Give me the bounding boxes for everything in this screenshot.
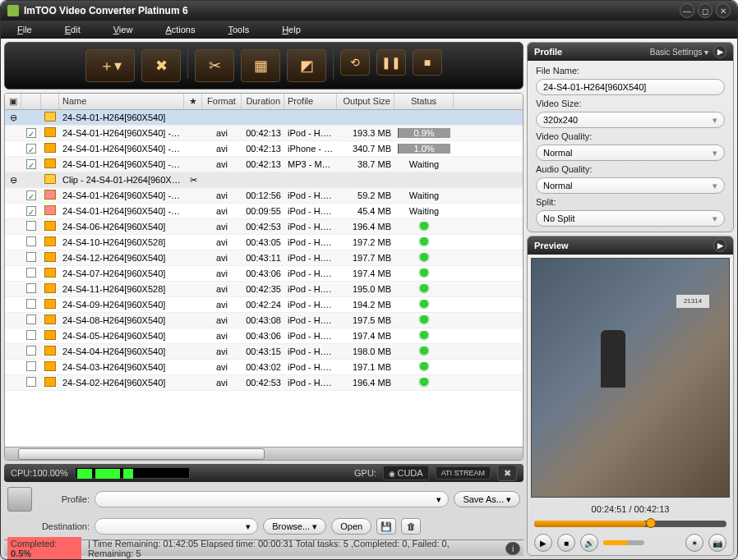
stop-preview-button[interactable]: ■	[557, 534, 575, 552]
row-checkbox[interactable]	[26, 252, 36, 262]
table-row[interactable]: 24-S4-05-H264[960X540]avi00:43:06iPod - …	[5, 328, 523, 344]
preview-panel-title: Preview	[534, 241, 569, 250]
audioquality-combo[interactable]: Normal▾	[536, 177, 725, 194]
table-row[interactable]: 24-S4-01-H264[960X540] - iP...avi00:42:1…	[5, 141, 523, 157]
file-icon	[44, 252, 56, 262]
rows-container[interactable]: ⊖24-S4-01-H264[960X540]24-S4-01-H264[960…	[5, 110, 523, 447]
row-checkbox[interactable]	[26, 268, 36, 278]
row-checkbox[interactable]	[26, 377, 36, 387]
browse-button[interactable]: Browse... ▾	[263, 518, 326, 535]
table-row[interactable]: ⊖Clip - 24-S4-01-H264[960X540]✂	[5, 172, 523, 188]
menu-tools[interactable]: Tools	[228, 25, 249, 34]
col-status[interactable]: Status	[394, 94, 454, 109]
filename-field[interactable]: 24-S4-01-H264[960X540]	[536, 79, 725, 95]
open-button[interactable]: Open	[331, 518, 371, 535]
gpu-label: GPU:	[354, 468, 376, 478]
row-checkbox[interactable]	[26, 190, 36, 200]
table-row[interactable]: 24-S4-01-H264[960X540] - S...avi00:09:55…	[5, 204, 523, 219]
file-icon	[44, 221, 56, 231]
table-row[interactable]: ⊖24-S4-01-H264[960X540]	[5, 110, 523, 126]
table-row[interactable]: 24-S4-07-H264[960X540]avi00:43:06iPod - …	[5, 266, 523, 282]
add-file-button[interactable]: ＋▾	[85, 49, 135, 82]
row-checkbox[interactable]	[26, 314, 36, 324]
split-combo[interactable]: No Split▾	[536, 210, 725, 227]
table-row[interactable]: 24-S4-01-H264[960X540] - iP...avi00:42:1…	[5, 126, 523, 141]
row-checkbox[interactable]	[26, 283, 36, 293]
preview-video[interactable]: 21314	[531, 258, 730, 498]
ready-dot-icon	[420, 315, 428, 324]
folder-icon	[44, 112, 56, 122]
volume-icon[interactable]: 🔊	[580, 534, 598, 552]
col-icon[interactable]	[41, 94, 59, 109]
gpu-settings-button[interactable]: ✖	[497, 465, 517, 481]
col-duration[interactable]: Duration	[242, 94, 284, 109]
table-row[interactable]: 24-S4-08-H264[960X540]avi00:43:08iPod - …	[5, 313, 523, 328]
row-checkbox[interactable]	[26, 236, 36, 246]
col-output-size[interactable]: Output Size	[337, 94, 394, 109]
remove-button[interactable]: ✖	[141, 49, 181, 82]
basic-settings-button[interactable]: Basic Settings ▾	[650, 48, 708, 57]
maximize-button[interactable]: ◻	[698, 3, 713, 18]
row-checkbox[interactable]	[26, 206, 36, 216]
profile-panel-arrow-icon[interactable]: ▶	[713, 45, 726, 58]
pause-button[interactable]: ❚❚	[376, 49, 406, 76]
play-button[interactable]: ▶	[534, 534, 552, 552]
stop-button[interactable]: ■	[413, 49, 442, 76]
device-icon	[7, 487, 32, 512]
table-row[interactable]: 24-S4-01-H264[960X540] - S...avi00:12:56…	[5, 188, 523, 204]
save-as-button[interactable]: Save As... ▾	[454, 491, 520, 507]
row-checkbox[interactable]	[26, 159, 36, 169]
row-checkbox[interactable]	[26, 330, 36, 340]
device-button[interactable]: 💾	[376, 518, 396, 535]
convert-button[interactable]: ⟲	[340, 49, 370, 76]
col-format[interactable]: Format	[202, 94, 242, 109]
edit-button[interactable]: ▦	[241, 49, 280, 82]
snapshot-button[interactable]: ✶	[685, 534, 703, 552]
volume-slider[interactable]	[603, 540, 644, 545]
table-row[interactable]: 24-S4-02-H264[960X540]avi00:42:53iPod - …	[5, 375, 523, 391]
menu-file[interactable]: File	[17, 25, 32, 34]
row-checkbox[interactable]	[26, 221, 36, 231]
profile-combo[interactable]: ▾	[95, 491, 449, 507]
ready-dot-icon	[420, 300, 428, 308]
destination-combo[interactable]: ▾	[95, 518, 258, 535]
file-icon	[44, 346, 56, 356]
menu-view[interactable]: View	[113, 25, 133, 34]
col-name[interactable]: Name	[59, 94, 184, 109]
table-row[interactable]: 24-S4-06-H264[960X540]avi00:42:53iPod - …	[5, 219, 523, 235]
row-checkbox[interactable]	[26, 361, 36, 371]
row-checkbox[interactable]	[26, 144, 36, 154]
col-star[interactable]: ★	[184, 94, 202, 109]
trash-button[interactable]: 🗑	[401, 518, 421, 535]
menu-help[interactable]: Help	[282, 25, 301, 34]
col-profile[interactable]: Profile	[284, 94, 337, 109]
row-checkbox[interactable]	[26, 346, 36, 356]
camera-button[interactable]: 📷	[708, 534, 726, 552]
table-row[interactable]: 24-S4-12-H264[960X540]avi00:43:11iPod - …	[5, 250, 523, 266]
menu-edit[interactable]: Edit	[65, 25, 81, 34]
table-row[interactable]: 24-S4-10-H264[960X528]avi00:43:05iPod - …	[5, 235, 523, 250]
videosize-combo[interactable]: 320x240▾	[536, 112, 725, 128]
table-row[interactable]: 24-S4-09-H264[960X540]avi00:42:24iPod - …	[5, 297, 523, 313]
menu-actions[interactable]: Actions	[165, 25, 195, 34]
seek-slider[interactable]	[534, 521, 726, 527]
table-row[interactable]: 24-S4-03-H264[960X540]avi00:43:02iPod - …	[5, 360, 523, 375]
row-checkbox[interactable]	[26, 128, 36, 138]
status-info-button[interactable]: i	[505, 542, 520, 555]
cpu-meter	[75, 467, 190, 479]
videoquality-combo[interactable]: Normal▾	[536, 145, 725, 161]
close-button[interactable]: ✕	[716, 3, 731, 18]
minimize-button[interactable]: —	[680, 3, 694, 18]
clip-button[interactable]: ✂	[195, 49, 234, 82]
col-expand[interactable]: ▣	[5, 94, 21, 109]
horizontal-scrollbar[interactable]	[5, 447, 523, 460]
preview-panel-arrow-icon[interactable]: ▶	[713, 239, 726, 252]
app-logo-icon	[7, 5, 19, 16]
ready-dot-icon	[420, 222, 428, 230]
table-row[interactable]: 24-S4-11-H264[960X528]avi00:42:35iPod - …	[5, 282, 523, 297]
row-checkbox[interactable]	[26, 299, 36, 309]
table-row[interactable]: 24-S4-04-H264[960X540]avi00:43:15iPod - …	[5, 344, 523, 360]
table-row[interactable]: 24-S4-01-H264[960X540] - M...avi00:42:13…	[5, 157, 523, 172]
col-check[interactable]	[21, 94, 41, 109]
effects-button[interactable]: ◩	[287, 49, 326, 82]
